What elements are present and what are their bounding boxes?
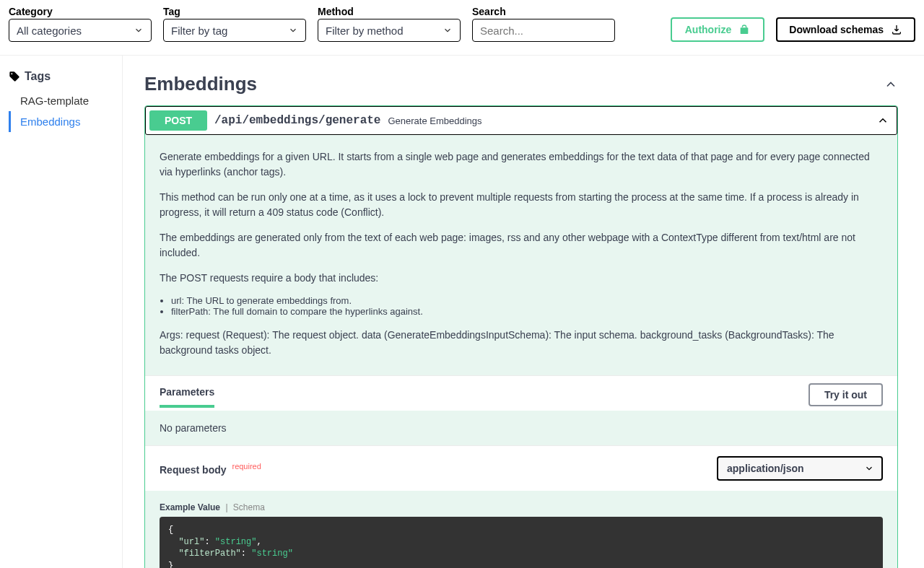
download-icon bbox=[891, 24, 902, 35]
description-p2: This method can be run only one at a tim… bbox=[160, 190, 883, 220]
content-type-select[interactable]: application/json bbox=[717, 456, 883, 481]
endpoint-summary: Generate Embeddings bbox=[388, 115, 481, 126]
schema-tab[interactable]: Schema bbox=[233, 502, 265, 512]
section-title: Embeddings bbox=[144, 73, 257, 95]
chevron-down-icon bbox=[288, 25, 298, 35]
category-value: All categories bbox=[17, 25, 82, 37]
request-body-title: Request body bbox=[160, 463, 227, 475]
chevron-down-icon bbox=[134, 25, 144, 35]
tag-select[interactable]: Filter by tag bbox=[163, 19, 306, 42]
tag-value: Filter by tag bbox=[171, 25, 227, 37]
description-p3: The embeddings are generated only from t… bbox=[160, 230, 883, 261]
sidebar-title: Tags bbox=[25, 70, 51, 83]
download-schemas-button[interactable]: Download schemas bbox=[776, 17, 915, 42]
description-li2: filterPath: The full domain to compare t… bbox=[171, 307, 883, 318]
unlock-icon bbox=[738, 24, 750, 35]
chevron-up-icon[interactable] bbox=[884, 77, 898, 92]
tag-label: Tag bbox=[163, 6, 306, 17]
category-select[interactable]: All categories bbox=[9, 19, 152, 42]
method-select[interactable]: Filter by method bbox=[318, 19, 461, 42]
download-label: Download schemas bbox=[789, 24, 884, 35]
content-type-value: application/json bbox=[727, 463, 804, 474]
sidebar-item-rag-template[interactable]: RAG-template bbox=[9, 90, 122, 111]
no-parameters: No parameters bbox=[145, 411, 897, 445]
authorize-button[interactable]: Authorize bbox=[671, 17, 765, 42]
description-p4: The POST requests require a body that in… bbox=[160, 271, 883, 286]
required-tag: required bbox=[232, 462, 261, 471]
endpoint-path: /api/embeddings/generate bbox=[214, 114, 380, 127]
tab-divider: | bbox=[225, 502, 227, 512]
method-badge: POST bbox=[149, 110, 207, 131]
chevron-up-icon[interactable] bbox=[876, 114, 889, 127]
sidebar-tags-header: Tags bbox=[9, 70, 122, 83]
example-value-tab[interactable]: Example Value bbox=[160, 502, 220, 512]
parameters-title: Parameters bbox=[160, 386, 214, 408]
method-value: Filter by method bbox=[326, 25, 404, 37]
method-label: Method bbox=[318, 6, 461, 17]
endpoint-description: Generate embeddings for a given URL. It … bbox=[145, 135, 897, 375]
description-p5: Args: request (Request): The request obj… bbox=[160, 328, 883, 358]
category-label: Category bbox=[9, 6, 152, 17]
try-it-out-button[interactable]: Try it out bbox=[808, 383, 883, 406]
description-p1: Generate embeddings for a given URL. It … bbox=[160, 149, 883, 180]
sidebar-item-embeddings[interactable]: Embeddings bbox=[9, 111, 122, 132]
endpoint-header[interactable]: POST /api/embeddings/generate Generate E… bbox=[145, 106, 897, 135]
description-li1: url: The URL to generate embeddings from… bbox=[171, 296, 883, 307]
search-label: Search bbox=[472, 6, 615, 17]
authorize-label: Authorize bbox=[685, 24, 732, 35]
example-code: { "url": "string", "filterPath": "string… bbox=[160, 517, 883, 568]
tag-icon bbox=[9, 71, 20, 82]
chevron-down-icon bbox=[864, 463, 874, 473]
search-input[interactable] bbox=[472, 19, 615, 42]
chevron-down-icon bbox=[443, 25, 453, 35]
